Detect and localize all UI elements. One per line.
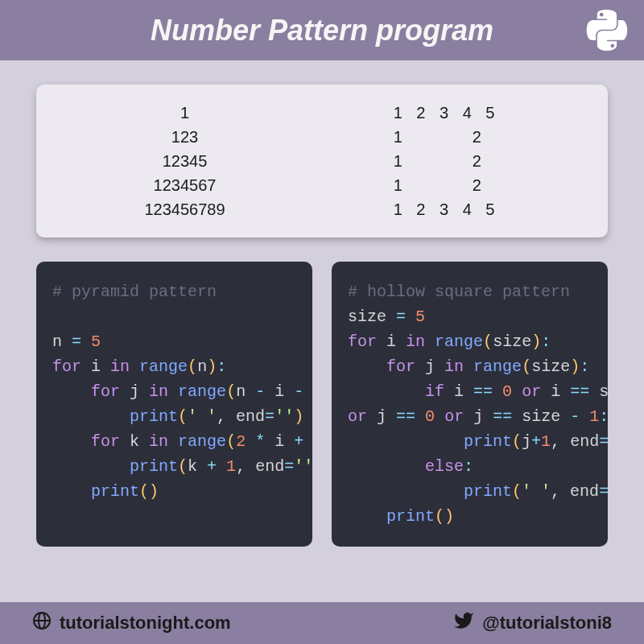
header-bar: Number Pattern program xyxy=(0,0,644,60)
page-title: Number Pattern program xyxy=(151,14,493,47)
footer-twitter: @tutorialstoni8 xyxy=(453,610,612,636)
code-pyramid: # pyramid pattern n = 5 for i in range(n… xyxy=(36,262,312,547)
twitter-handle: @tutorialstoni8 xyxy=(482,613,612,634)
output-box: 1 123 12345 1234567 123456789 1 2 3 4 5 … xyxy=(36,85,608,237)
twitter-icon xyxy=(453,610,474,636)
footer-website: tutorialstonight.com xyxy=(32,611,231,635)
main-content: 1 123 12345 1234567 123456789 1 2 3 4 5 … xyxy=(0,60,644,547)
code-hollow: # hollow square pattern size = 5 for i i… xyxy=(332,262,608,547)
pyramid-output: 1 123 12345 1234567 123456789 xyxy=(145,101,225,221)
website-text: tutorialstonight.com xyxy=(60,613,231,634)
hollow-output: 1 2 3 4 5 1 2 1 2 1 2 1 2 3 4 5 xyxy=(394,101,500,221)
footer-bar: tutorialstonight.com @tutorialstoni8 xyxy=(0,602,644,644)
python-icon xyxy=(586,10,628,55)
globe-icon xyxy=(32,611,52,635)
code-row: # pyramid pattern n = 5 for i in range(n… xyxy=(36,262,608,547)
